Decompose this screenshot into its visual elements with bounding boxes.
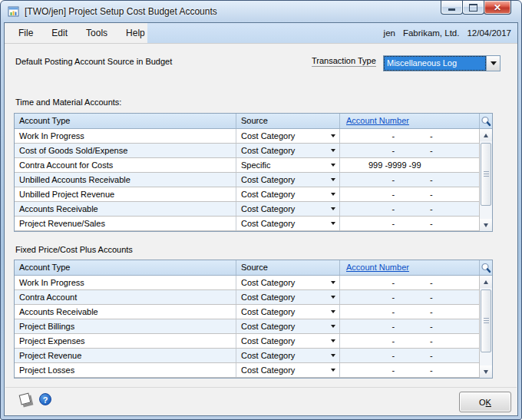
menu-tools[interactable]: Tools — [77, 23, 117, 43]
footer-divider — [5, 387, 517, 388]
account-number-field[interactable]: - - — [339, 276, 479, 289]
account-number-field[interactable]: 999 -9999 -99 — [339, 158, 479, 172]
title-bar[interactable]: [TWO/jen] Project Setup Cost Budget Acco… — [1, 1, 521, 22]
help-button[interactable]: ? — [39, 393, 51, 405]
source-dropdown[interactable]: Cost Category — [236, 363, 339, 377]
table-row: Work In Progress Cost Category - - — [15, 276, 492, 290]
dropdown-arrow-icon[interactable] — [331, 310, 335, 313]
account-number-field[interactable]: - - — [339, 202, 479, 216]
column-header-source: Source — [236, 114, 339, 128]
source-dropdown[interactable]: Cost Category — [236, 349, 339, 362]
account-number-field[interactable]: - - — [339, 349, 479, 362]
table-body: Work In Progress Cost Category - - Contr… — [15, 276, 492, 378]
lookup-button[interactable] — [479, 114, 492, 128]
dropdown-arrow-icon[interactable] — [331, 339, 335, 342]
source-dropdown[interactable]: Cost Category — [236, 187, 339, 201]
account-type-cell: Unbilled Project Revenue — [15, 187, 236, 201]
source-dropdown[interactable]: Cost Category — [236, 290, 339, 304]
account-type-cell: Cost of Goods Sold/Expense — [15, 144, 236, 157]
triangle-down-icon — [484, 223, 488, 227]
account-number-field[interactable]: - - — [339, 129, 479, 143]
triangle-down-icon — [484, 370, 488, 374]
source-dropdown[interactable]: Cost Category — [236, 173, 339, 187]
lookup-button[interactable] — [479, 260, 492, 275]
dropdown-arrow-icon[interactable] — [331, 296, 335, 299]
status-date[interactable]: 12/04/2017 — [467, 28, 511, 38]
account-type-cell: Accounts Receivable — [15, 202, 236, 216]
account-type-cell: Contra Account for Costs — [15, 158, 236, 172]
app-window: [TWO/jen] Project Setup Cost Budget Acco… — [0, 0, 522, 420]
menu-file[interactable]: File — [9, 23, 42, 43]
table-row: Unbilled Project Revenue Cost Category -… — [15, 187, 492, 202]
dropdown-arrow-icon[interactable] — [331, 178, 335, 181]
dropdown-arrow-icon[interactable] — [331, 325, 335, 328]
dropdown-arrow-icon[interactable] — [331, 149, 335, 152]
source-dropdown[interactable]: Specific — [236, 158, 339, 172]
magnifier-icon — [481, 263, 491, 273]
dropdown-arrow-icon[interactable] — [331, 207, 335, 210]
table-body: Work In Progress Cost Category - - Cost … — [15, 129, 492, 231]
dropdown-arrow-icon[interactable] — [331, 222, 335, 225]
table-row: Contra Account Cost Category - - — [15, 290, 492, 305]
source-dropdown[interactable]: Cost Category — [236, 217, 339, 230]
transaction-type-dropdown[interactable]: Miscellaneous Log — [383, 55, 501, 71]
table-header: Account Type Source Account Number — [15, 114, 492, 129]
window-icon[interactable] — [8, 5, 20, 18]
minimize-button[interactable] — [441, 1, 463, 15]
source-value: Cost Category — [236, 349, 295, 362]
status-user: jen — [384, 28, 395, 38]
column-header-account-number-link[interactable]: Account Number — [346, 116, 409, 125]
source-value: Cost Category — [236, 290, 295, 304]
dropdown-arrow-icon[interactable] — [331, 134, 335, 137]
transaction-type-dropdown-button[interactable] — [486, 56, 500, 71]
dropdown-arrow-icon[interactable] — [331, 281, 335, 284]
source-dropdown[interactable]: Cost Category — [236, 334, 339, 348]
source-dropdown[interactable]: Cost Category — [236, 144, 339, 157]
dropdown-arrow-icon[interactable] — [331, 369, 335, 372]
account-number-field[interactable]: - - — [339, 334, 479, 348]
section-title-fixed-price: Fixed Price/Cost Plus Accounts — [15, 245, 133, 254]
table-row: Project Revenue Cost Category - - — [15, 349, 492, 363]
dropdown-arrow-icon[interactable] — [331, 354, 335, 357]
account-number-field[interactable]: - - — [339, 144, 479, 157]
account-number-field[interactable]: - - — [339, 319, 479, 333]
scrollbar-thumb[interactable] — [481, 289, 491, 352]
account-type-cell: Unbilled Accounts Receivable — [15, 173, 236, 187]
menu-edit[interactable]: Edit — [42, 23, 77, 43]
source-dropdown[interactable]: Cost Category — [236, 129, 339, 143]
menu-help[interactable]: Help — [117, 23, 154, 43]
account-number-field[interactable]: - - — [339, 363, 479, 377]
close-button[interactable]: ✕ — [484, 1, 511, 15]
column-header-source: Source — [236, 260, 339, 275]
scroll-down-button[interactable] — [480, 365, 492, 378]
account-number-field[interactable]: - - — [339, 290, 479, 304]
source-dropdown[interactable]: Cost Category — [236, 202, 339, 216]
source-value: Cost Category — [236, 363, 295, 377]
maximize-button[interactable] — [462, 1, 484, 15]
source-value: Cost Category — [236, 129, 295, 143]
scrollbar-thumb[interactable] — [481, 143, 491, 206]
account-number-field[interactable]: - - — [339, 187, 479, 201]
account-number-field[interactable]: - - — [339, 305, 479, 319]
column-header-account-type: Account Type — [15, 260, 236, 275]
source-value: Cost Category — [236, 305, 295, 319]
account-number-field[interactable]: - - — [339, 217, 479, 230]
scroll-up-button[interactable] — [480, 276, 492, 288]
maximize-icon — [469, 4, 477, 12]
status-company[interactable]: Fabrikam, Ltd. — [403, 28, 460, 38]
scrollbar[interactable] — [479, 129, 492, 231]
scroll-up-button[interactable] — [480, 129, 492, 141]
dropdown-arrow-icon[interactable] — [331, 164, 335, 167]
print-button[interactable] — [18, 392, 34, 408]
ok-button[interactable]: OK — [459, 392, 511, 412]
source-dropdown[interactable]: Cost Category — [236, 276, 339, 289]
source-dropdown[interactable]: Cost Category — [236, 319, 339, 333]
account-number-field[interactable]: - - — [339, 173, 479, 187]
source-dropdown[interactable]: Cost Category — [236, 305, 339, 319]
scroll-down-button[interactable] — [480, 219, 492, 231]
dropdown-arrow-icon[interactable] — [331, 193, 335, 196]
triangle-up-icon — [484, 280, 488, 284]
transaction-type-value[interactable]: Miscellaneous Log — [384, 56, 486, 71]
column-header-account-number-link[interactable]: Account Number — [346, 263, 409, 272]
scrollbar[interactable] — [479, 276, 492, 378]
